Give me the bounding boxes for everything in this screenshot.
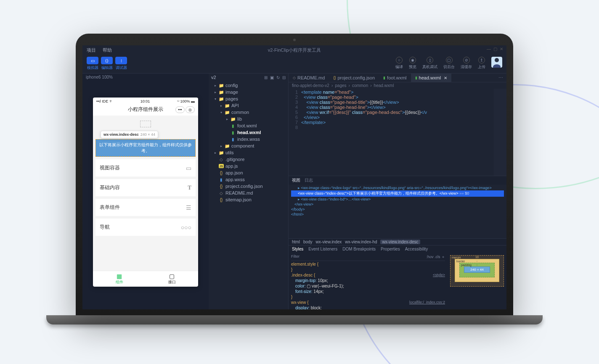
- tree-folder[interactable]: ▸📁lib: [209, 116, 288, 122]
- new-file-icon[interactable]: ⊞: [264, 75, 268, 80]
- laptop-base: [46, 315, 543, 324]
- editor-column: ◇README.md {}project.config.json ▮foot.w…: [289, 74, 506, 309]
- tree-file[interactable]: {}sitemap.json: [209, 196, 288, 203]
- styles-panel[interactable]: Filter:hov .cls ＋ element.style { } .ind…: [289, 253, 448, 309]
- max-icon[interactable]: ▢: [493, 47, 497, 51]
- hov-cls[interactable]: :hov .cls ＋: [426, 254, 445, 260]
- dt-tab-view[interactable]: 视图: [292, 177, 300, 183]
- devtools: 视图 日志 ▸ <wx-image class="index-logo" src…: [289, 176, 506, 309]
- tab-readme[interactable]: ◇README.md: [289, 74, 329, 82]
- capsule-menu-icon[interactable]: •••: [175, 106, 185, 113]
- tool-preview[interactable]: ◉预览: [409, 57, 416, 70]
- tree-file[interactable]: ▮head.wxml: [209, 129, 288, 136]
- refresh-icon[interactable]: ↻: [276, 75, 280, 80]
- mode-debug[interactable]: ⫶调试器: [115, 57, 127, 71]
- container-icon: ▭: [186, 165, 191, 171]
- tool-cache[interactable]: ⊘清缓存: [461, 57, 472, 70]
- menu-help[interactable]: 帮助: [103, 47, 112, 53]
- tree-folder[interactable]: ▸📁config: [209, 82, 288, 89]
- sim-device-label: iphone6 100%: [82, 74, 209, 81]
- tab-api[interactable]: ▢接口: [146, 271, 198, 287]
- avatar[interactable]: [491, 57, 502, 68]
- tree-file[interactable]: {}app.json: [209, 169, 288, 176]
- list-item[interactable]: 基础内容𝐓: [95, 179, 196, 196]
- tree-file[interactable]: ◇README.md: [209, 190, 288, 196]
- form-icon: ☰: [186, 204, 191, 211]
- logo-placeholder-icon: [140, 121, 151, 127]
- tabbar: ▦组件 ▢接口: [93, 271, 198, 287]
- subtab-events[interactable]: Event Listeners: [308, 247, 337, 251]
- ide-window: 项目 帮助 v2-FinClip小程序开发工具 — ▢ ✕ ▭模拟器 ⟨⟩编辑器…: [82, 45, 506, 309]
- battery-icon: ▬: [190, 99, 195, 103]
- phone-frame: ••ıl IDE ᯤ 10:01 ⌔ 100% ▬ 小程序组件展示 •••◎ w…: [93, 98, 198, 287]
- camera-dot: [293, 39, 296, 41]
- subtab-a11y[interactable]: Accessibility: [405, 247, 428, 251]
- tool-back[interactable]: ▢切后台: [443, 57, 455, 70]
- tab-foot[interactable]: ▮foot.wxml: [379, 74, 411, 82]
- subtab-styles[interactable]: Styles: [292, 247, 303, 251]
- minimap[interactable]: [494, 89, 506, 176]
- tab-component[interactable]: ▦组件: [93, 271, 146, 287]
- dom-panel[interactable]: ▸ <wx-image class="index-logo" src="../r…: [289, 185, 506, 238]
- phone-navbar: 小程序组件展示 •••◎: [93, 103, 198, 116]
- editor-tabs: ◇README.md {}project.config.json ▮foot.w…: [289, 74, 506, 82]
- list-item[interactable]: 导航○○○: [95, 219, 196, 236]
- text-icon: 𝐓: [188, 184, 191, 191]
- tab-overflow-icon[interactable]: ⋯: [495, 75, 506, 81]
- signal-icon: ••ıl: [96, 99, 102, 103]
- list-item[interactable]: 视图容器▭: [95, 159, 196, 177]
- toolbar: ▭模拟器 ⟨⟩编辑器 ⫶调试器 ○编译 ◉预览 ▯真机调试 ▢切后台 ⊘清缓存 …: [82, 55, 506, 73]
- capsule-close-icon[interactable]: ◎: [186, 106, 195, 113]
- tool-compile[interactable]: ○编译: [395, 57, 403, 70]
- api-icon: ▢: [147, 273, 196, 280]
- tab-pcj[interactable]: {}project.config.json: [329, 74, 379, 82]
- tree-folder[interactable]: ▸📁component: [209, 142, 288, 149]
- code-editor[interactable]: 1<template name="head"> 2 <view class="p…: [289, 89, 506, 176]
- tree-folder[interactable]: ▸📁image: [209, 89, 288, 95]
- tool-upload[interactable]: ↥上传: [478, 57, 485, 70]
- tree-file[interactable]: {}project.config.json: [209, 183, 288, 190]
- tree-file[interactable]: ◇.gitignore: [209, 156, 288, 163]
- file-explorer: v2 ⊞ ▣ ↻ ⊟ ▸📁config ▸📁image ▾📁pages ▸📁AP…: [209, 74, 289, 309]
- inspect-tooltip: wx-view.index-desc240 × 44: [101, 131, 158, 138]
- tree-folder[interactable]: ▸📁utils: [209, 149, 288, 156]
- tool-remote[interactable]: ▯真机调试: [422, 57, 437, 70]
- grid-icon: ▦: [95, 273, 144, 280]
- wifi-icon: ᯤ: [108, 99, 113, 103]
- tree-folder[interactable]: ▸📁API: [209, 102, 288, 109]
- laptop-frame: 项目 帮助 v2-FinClip小程序开发工具 — ▢ ✕ ▭模拟器 ⟨⟩编辑器…: [76, 34, 513, 328]
- subtab-props[interactable]: Properties: [381, 247, 400, 251]
- window-controls: — ▢ ✕: [487, 47, 503, 51]
- phone-statusbar: ••ıl IDE ᯤ 10:01 ⌔ 100% ▬: [93, 98, 198, 103]
- tree-file[interactable]: ▮app.wxss: [209, 176, 288, 183]
- filter-input[interactable]: Filter: [291, 254, 300, 260]
- subtab-dombp[interactable]: DOM Breakpoints: [342, 247, 376, 251]
- box-model: margin10 border- padding- 240 × 44: [448, 253, 506, 309]
- mode-editor[interactable]: ⟨⟩编辑器: [101, 57, 113, 71]
- min-icon[interactable]: —: [487, 47, 491, 51]
- breadcrumb: fino-applet-demo-v2›pages›common›head.wx…: [289, 82, 506, 89]
- list-item[interactable]: 表单组件☰: [95, 199, 196, 216]
- tab-head[interactable]: ▮head.wxml✕: [411, 74, 452, 82]
- dt-tab-log[interactable]: 日志: [305, 177, 313, 183]
- menu-project[interactable]: 项目: [87, 47, 96, 53]
- tree-file[interactable]: JSapp.js: [209, 163, 288, 169]
- simulator-pane: iphone6 100% ••ıl IDE ᯤ 10:01 ⌔ 100% ▬ 小…: [82, 74, 209, 309]
- mode-simulator[interactable]: ▭模拟器: [87, 57, 98, 71]
- nav-icon: ○○○: [181, 224, 191, 231]
- tree-folder[interactable]: ▾📁common: [209, 109, 288, 116]
- close-icon[interactable]: ✕: [500, 47, 503, 51]
- tree-folder[interactable]: ▾📁pages: [209, 95, 288, 102]
- project-name: v2: [211, 75, 216, 80]
- highlighted-desc[interactable]: 以下将展示小程序官方组件能力，组件样式仅供参考。: [95, 139, 196, 157]
- phone-time: 10:01: [140, 99, 150, 103]
- tree-file[interactable]: ▮foot.wxml: [209, 122, 288, 129]
- menubar: 项目 帮助 v2-FinClip小程序开发工具 — ▢ ✕: [82, 45, 506, 55]
- new-folder-icon[interactable]: ▣: [270, 75, 274, 80]
- close-tab-icon[interactable]: ✕: [444, 76, 447, 80]
- tree-file[interactable]: ▮index.wxss: [209, 136, 288, 142]
- dom-breadcrumb[interactable]: htmlbodywx-view.indexwx-view.index-hdwx-…: [289, 238, 506, 245]
- collapse-icon[interactable]: ⊟: [282, 75, 286, 80]
- window-title: v2-FinClip小程序开发工具: [268, 47, 321, 53]
- phone-title: 小程序组件展示: [128, 106, 163, 113]
